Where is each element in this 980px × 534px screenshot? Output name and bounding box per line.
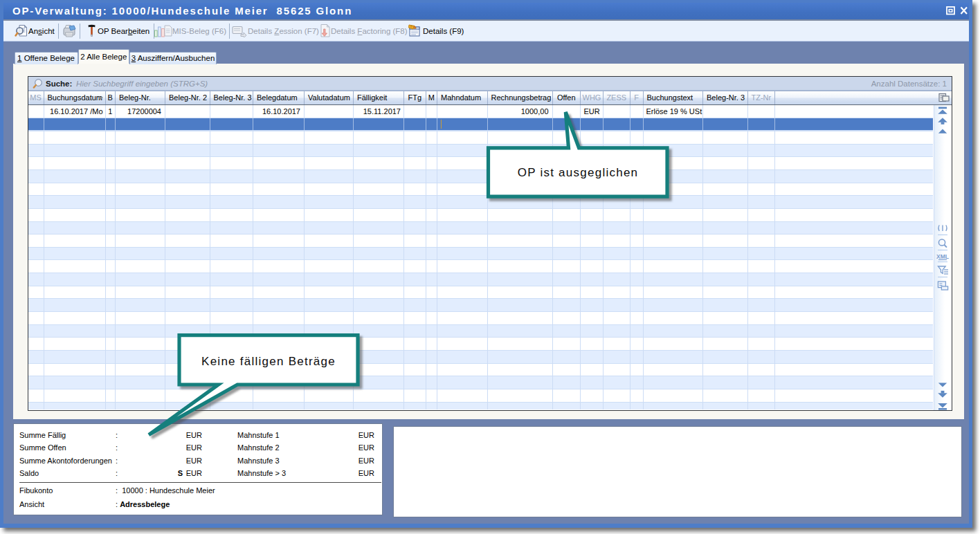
svg-text:XML: XML bbox=[936, 253, 949, 260]
